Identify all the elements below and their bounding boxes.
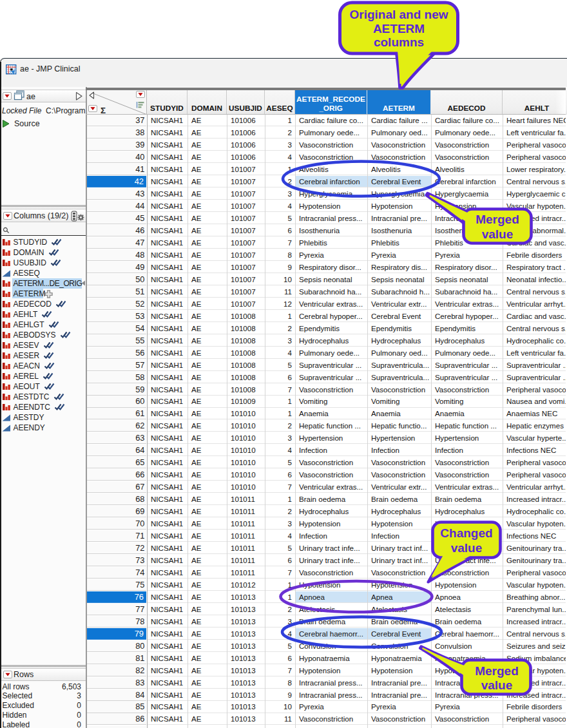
svg-text:value: value <box>482 227 514 241</box>
svg-text:Merged: Merged <box>475 664 519 678</box>
svg-text:columns: columns <box>374 35 424 49</box>
svg-text:Merged: Merged <box>476 213 519 226</box>
svg-text:value: value <box>451 541 483 555</box>
svg-text:Original and new: Original and new <box>349 8 448 21</box>
svg-text:value: value <box>481 678 513 692</box>
svg-text:Changed: Changed <box>440 526 492 540</box>
svg-text:AETERM: AETERM <box>373 22 425 35</box>
